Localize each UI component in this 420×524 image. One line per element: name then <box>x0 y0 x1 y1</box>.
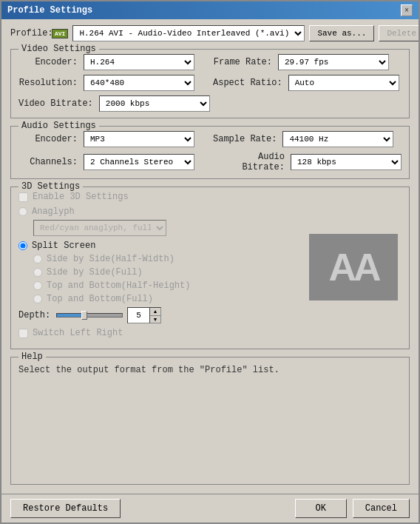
sample-rate-right: Sample Rate: 44100 Hz <box>213 131 402 147</box>
audio-bitrate-right: Audio Bitrate: 128 kbps <box>213 152 402 172</box>
ok-button[interactable]: OK <box>295 499 347 518</box>
encoder-row: Encoder: H.264 Frame Rate: 29.97 fps <box>18 54 402 70</box>
profile-icon: AVI <box>52 29 68 38</box>
sample-rate-select[interactable]: 44100 Hz <box>282 131 393 147</box>
cancel-button[interactable]: Cancel <box>353 499 410 518</box>
depth-label: Depth: <box>18 310 52 320</box>
switch-left-right-checkbox[interactable] <box>18 329 28 338</box>
enable-3d-label: Enable 3D Settings <box>33 192 129 202</box>
depth-slider[interactable] <box>56 313 123 318</box>
restore-defaults-button[interactable]: Restore Defaults <box>10 499 121 518</box>
resolution-label: Resolution: <box>18 78 78 88</box>
audio-bitrate-select[interactable]: 128 kbps <box>291 154 402 170</box>
3d-content: Enable 3D Settings Anaglyph Red/cyan ana… <box>18 192 402 343</box>
spin-down-button[interactable]: ▼ <box>150 316 160 323</box>
depth-input[interactable] <box>127 307 149 323</box>
profile-label: Profile: <box>10 28 47 38</box>
video-bitrate-select[interactable]: 2000 kbps <box>99 95 210 112</box>
side-by-side-half-label: Side by Side(Half-Width) <box>47 254 175 264</box>
anaglyph-radio[interactable] <box>18 207 27 216</box>
encoder-select[interactable]: H.264 <box>84 54 194 70</box>
dialog-window: Profile Settings × Profile: AVI H.264 AV… <box>0 0 420 524</box>
encoder-left: Encoder: H.264 <box>18 54 207 70</box>
3d-settings-label: 3D Settings <box>18 181 83 192</box>
title-bar: Profile Settings × <box>1 1 419 19</box>
enable-3d-checkbox[interactable] <box>18 192 28 202</box>
top-bottom-half-radio[interactable] <box>33 281 42 290</box>
top-bottom-half-label: Top and Bottom(Half-Height) <box>47 281 190 291</box>
spin-up-button[interactable]: ▲ <box>150 308 160 316</box>
side-by-side-full-radio[interactable] <box>33 268 42 277</box>
aa-preview: AA <box>309 234 398 300</box>
switch-left-right-label: Switch Left Right <box>33 328 123 338</box>
close-button[interactable]: × <box>401 4 413 16</box>
split-screen-row: Split Screen <box>18 241 298 251</box>
sample-rate-label: Sample Rate: <box>213 134 277 144</box>
slider-fill <box>57 314 83 317</box>
video-settings-label: Video Settings <box>18 44 99 54</box>
encoder-label: Encoder: <box>18 57 78 67</box>
split-screen-radio[interactable] <box>18 241 27 250</box>
side-by-side-half-row: Side by Side(Half-Width) <box>33 254 298 264</box>
dialog-footer: Restore Defaults OK Cancel <box>1 494 419 523</box>
3d-settings-group: 3D Settings Enable 3D Settings Anaglyph … <box>10 187 410 349</box>
split-screen-options: Side by Side(Half-Width) Side by Side(Fu… <box>18 254 298 304</box>
help-group: Help Select the output format from the "… <box>10 357 410 485</box>
video-bitrate-row: Video Bitrate: 2000 kbps <box>18 95 402 112</box>
3d-left: Enable 3D Settings Anaglyph Red/cyan ana… <box>18 192 298 343</box>
switch-left-right-row: Switch Left Right <box>18 328 298 338</box>
frame-rate-label: Frame Rate: <box>213 57 272 67</box>
aspect-ratio-select[interactable]: Auto <box>288 75 399 91</box>
frame-rate-select[interactable]: 29.97 fps <box>278 54 389 70</box>
video-settings-group: Video Settings Encoder: H.264 Frame Rate… <box>10 49 410 118</box>
footer-right: OK Cancel <box>295 499 410 518</box>
anaglyph-label: Anaglyph <box>32 206 75 217</box>
title-bar-text: Profile Settings <box>7 5 92 16</box>
profile-row: Profile: AVI H.264 AVI - Audio-Video Int… <box>10 25 410 41</box>
audio-encoder-row: Encoder: MP3 Sample Rate: 44100 Hz <box>18 131 402 147</box>
top-bottom-half-row: Top and Bottom(Half-Height) <box>33 281 298 291</box>
3d-right: AA <box>305 192 402 343</box>
dialog-body: Profile: AVI H.264 AVI - Audio-Video Int… <box>1 19 419 494</box>
top-bottom-full-radio[interactable] <box>33 295 42 303</box>
side-by-side-full-label: Side by Side(Full) <box>47 267 143 278</box>
framerate-right: Frame Rate: 29.97 fps <box>213 54 402 70</box>
depth-spinbox: ▲ ▼ <box>127 307 161 323</box>
video-bitrate-left: Video Bitrate: 2000 kbps <box>18 95 402 112</box>
channels-left: Channels: 2 Channels Stereo <box>18 154 207 170</box>
video-bitrate-label: Video Bitrate: <box>18 98 93 109</box>
audio-settings-label: Audio Settings <box>18 121 99 131</box>
depth-row: Depth: ▲ ▼ <box>18 307 298 323</box>
help-text: Select the output format from the "Profi… <box>18 365 402 375</box>
profile-select[interactable]: H.264 AVI - Audio-Video Interleaved (*.a… <box>72 25 305 41</box>
aspect-ratio-right: Aspect Ratio: Auto <box>213 75 402 91</box>
top-bottom-full-row: Top and Bottom(Full) <box>33 294 298 304</box>
channels-row: Channels: 2 Channels Stereo Audio Bitrat… <box>18 152 402 172</box>
split-screen-label: Split Screen <box>32 241 95 251</box>
help-label: Help <box>18 352 46 362</box>
resolution-select[interactable]: 640*480 <box>84 75 194 91</box>
slider-thumb <box>81 311 87 320</box>
spin-arrows: ▲ ▼ <box>149 307 161 323</box>
aspect-ratio-label: Aspect Ratio: <box>213 78 282 88</box>
channels-select[interactable]: 2 Channels Stereo <box>84 154 194 170</box>
aa-preview-text: AA <box>328 248 378 286</box>
save-as-button[interactable]: Save as... <box>309 25 374 41</box>
audio-settings-group: Audio Settings Encoder: MP3 Sample Rate:… <box>10 126 410 179</box>
audio-encoder-select[interactable]: MP3 <box>84 131 194 147</box>
audio-bitrate-label: Audio Bitrate: <box>213 152 285 172</box>
enable-3d-row: Enable 3D Settings <box>18 192 298 202</box>
delete-button[interactable]: Delete <box>379 25 419 41</box>
top-bottom-full-label: Top and Bottom(Full) <box>47 294 153 304</box>
anaglyph-row: Anaglyph <box>18 206 298 217</box>
audio-encoder-label: Encoder: <box>18 134 78 144</box>
resolution-left: Resolution: 640*480 <box>18 75 207 91</box>
side-by-side-full-row: Side by Side(Full) <box>33 267 298 278</box>
audio-encoder-left: Encoder: MP3 <box>18 131 207 147</box>
side-by-side-half-radio[interactable] <box>33 255 42 263</box>
anaglyph-option-select[interactable]: Red/cyan anaglyph, full color <box>33 220 166 236</box>
resolution-row: Resolution: 640*480 Aspect Ratio: Auto <box>18 75 402 91</box>
channels-label: Channels: <box>18 157 78 167</box>
